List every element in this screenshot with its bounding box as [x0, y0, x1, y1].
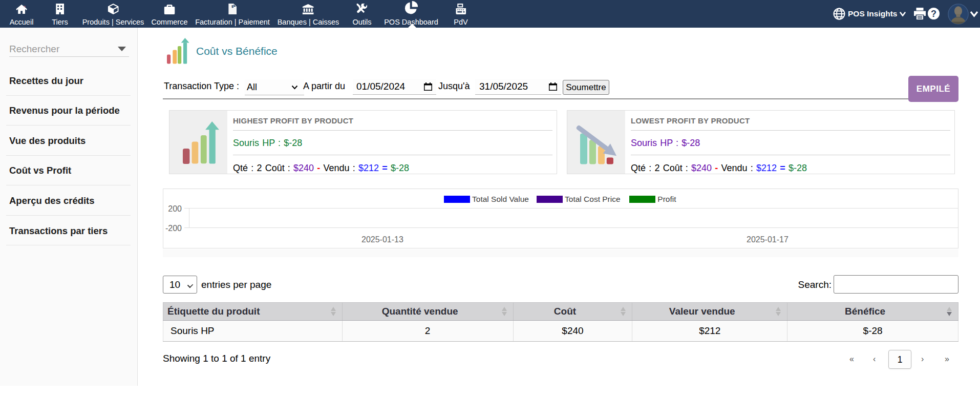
- svg-text:$: $: [231, 5, 233, 9]
- svg-text:?: ?: [931, 9, 936, 19]
